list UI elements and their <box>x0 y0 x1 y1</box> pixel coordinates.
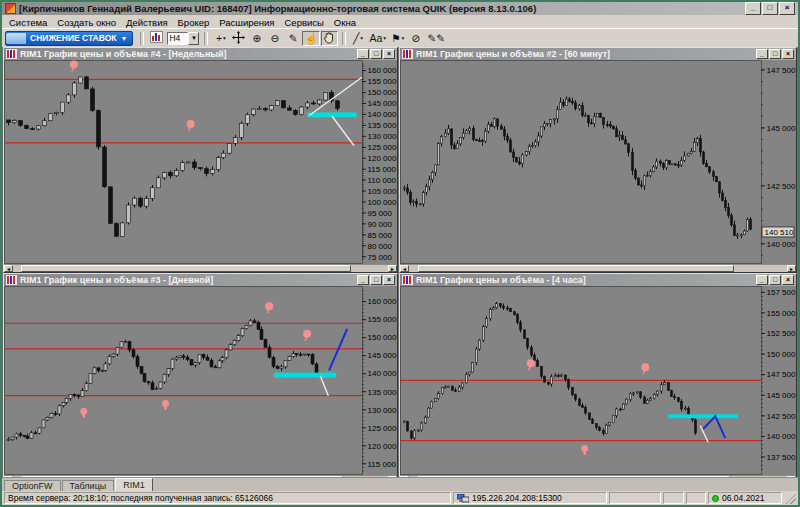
svg-text:137 500: 137 500 <box>767 453 796 462</box>
close-button[interactable]: × <box>782 275 794 285</box>
scroll-track[interactable] <box>13 265 388 272</box>
maximize-button[interactable]: □ <box>370 275 382 285</box>
dropdown-arrow-icon[interactable]: ▾ <box>383 35 386 41</box>
status-cell-empty <box>609 492 661 504</box>
tab-таблицы[interactable]: Таблицы <box>62 480 115 491</box>
svg-text:115 000: 115 000 <box>368 460 397 469</box>
scroll-thumb[interactable] <box>418 265 734 272</box>
scroll-track[interactable] <box>409 265 787 272</box>
status-date: 06.04.2021 <box>722 493 765 503</box>
chart-canvas-4hour[interactable]: 137 500140 000142 500145 000147 500150 0… <box>400 286 796 475</box>
menu-сервисы[interactable]: Сервисы <box>280 17 329 28</box>
timeframe-value[interactable]: H4 <box>167 32 188 45</box>
crosshair-tool-button[interactable]: +▾ <box>212 31 229 46</box>
chart-window-4hour-titlebar[interactable]: RIM1 График цены и объёма - [4 часа] _□× <box>400 274 796 286</box>
line-tool-button[interactable]: ╱▾ <box>350 31 367 46</box>
flag-tool-icon: ⚑ <box>391 32 400 44</box>
chart-canvas-60min[interactable]: 140 000142 500145 000147 500140 510 <box>400 60 796 264</box>
menu-создать-окно[interactable]: Создать окно <box>52 17 121 28</box>
network-icon <box>457 494 469 503</box>
chart-window-60min-titlebar[interactable]: RIM1 График цены и объёма #2 - [60 минут… <box>400 48 796 60</box>
move-tool-button[interactable] <box>230 31 247 46</box>
svg-text:147 500: 147 500 <box>767 370 796 379</box>
pan-hand-button[interactable] <box>321 31 338 46</box>
minimize-button[interactable]: _ <box>357 49 369 59</box>
timeframe-dropdown-icon[interactable]: ▼ <box>188 32 199 45</box>
scroll-right-icon[interactable]: ► <box>388 265 397 272</box>
scroll-thumb[interactable] <box>21 265 351 272</box>
timeframe-select[interactable]: H4▼ <box>167 32 199 45</box>
svg-text:90 000: 90 000 <box>368 220 393 229</box>
flag-tool-button[interactable]: ⚑▾ <box>389 31 406 46</box>
chart-hscrollbar[interactable]: ◄► <box>400 264 796 272</box>
svg-text:135 000: 135 000 <box>368 121 397 130</box>
menu-расширения[interactable]: Расширения <box>214 17 279 28</box>
chart-canvas-daily[interactable]: 115 000120 000125 000130 000135 000140 0… <box>4 286 397 475</box>
svg-text:155 000: 155 000 <box>368 77 397 86</box>
scroll-track[interactable] <box>409 476 787 477</box>
scroll-track[interactable] <box>13 476 388 477</box>
edit-objects-button[interactable]: ✎✎ <box>425 31 447 46</box>
scroll-left-icon[interactable]: ◄ <box>4 265 13 272</box>
menu-система[interactable]: Система <box>4 17 52 28</box>
svg-text:110 000: 110 000 <box>368 176 397 185</box>
scroll-left-icon[interactable]: ◄ <box>400 265 409 272</box>
menu-окна[interactable]: Окна <box>329 17 361 28</box>
close-button[interactable]: × <box>383 49 395 59</box>
chart-hscrollbar[interactable]: ◄► <box>4 475 397 477</box>
edit-objects-icon: ✎✎ <box>427 32 445 44</box>
svg-text:142 500: 142 500 <box>767 412 796 421</box>
scroll-thumb[interactable] <box>418 476 730 477</box>
svg-text:155 000: 155 000 <box>767 309 796 318</box>
zoom-in-button[interactable]: ⊕ <box>248 31 265 46</box>
maximize-button[interactable]: □ <box>762 2 778 15</box>
maximize-button[interactable]: □ <box>769 49 781 59</box>
chart-hscrollbar[interactable]: ◄► <box>400 475 796 477</box>
scroll-thumb[interactable] <box>22 476 343 477</box>
pencil-tool-button[interactable]: ✎ <box>284 31 301 46</box>
svg-text:140 000: 140 000 <box>368 110 397 119</box>
menu-bar: СистемаСоздать окноДействияБрокерРасшире… <box>2 15 798 28</box>
chart-window-60min-title: RIM1 График цены и объёма #2 - [60 минут… <box>416 49 753 59</box>
minimize-button[interactable]: _ <box>756 49 768 59</box>
chart-window-weekly-titlebar[interactable]: RIM1 График цены и объёма #4 - [Недельны… <box>4 48 397 60</box>
chart-window-daily-titlebar[interactable]: RIM1 График цены и объёма #3 - [Дневной]… <box>4 274 397 286</box>
chart-doc-icon <box>6 275 17 285</box>
text-tool-button[interactable]: Aa▾ <box>368 31 389 46</box>
pointer-hand-button[interactable]: ☝ <box>302 31 319 46</box>
dropdown-arrow-icon[interactable]: ▾ <box>223 35 226 41</box>
dropdown-arrow-icon[interactable]: ▾ <box>402 35 405 41</box>
server-address: 195.226.204.208:15300 <box>472 493 562 503</box>
promo-arrow-icon: ▼ <box>120 35 127 42</box>
chart-hscrollbar[interactable]: ◄► <box>4 264 397 272</box>
menu-брокер[interactable]: Брокер <box>173 17 215 28</box>
zoom-out-button[interactable]: ⊖ <box>266 31 283 46</box>
menu-действия[interactable]: Действия <box>121 17 173 28</box>
minimize-button[interactable]: _ <box>357 275 369 285</box>
chart-canvas-weekly[interactable]: 75 00080 00085 00090 00095 000100 000105… <box>4 60 397 264</box>
svg-text:130 000: 130 000 <box>368 132 397 141</box>
chart-doc-icon <box>6 49 17 59</box>
scroll-right-icon[interactable]: ► <box>787 265 796 272</box>
maximize-button[interactable]: □ <box>370 49 382 59</box>
promo-button[interactable]: СНИЖЕНИЕ СТАВОК ▼ <box>5 31 133 46</box>
close-button[interactable]: × <box>782 49 794 59</box>
scroll-right-icon[interactable]: ► <box>787 476 796 477</box>
resize-grip[interactable] <box>784 492 796 504</box>
close-button[interactable]: × <box>383 275 395 285</box>
dropdown-arrow-icon[interactable]: ▾ <box>360 35 363 41</box>
chart-window-controls: _□× <box>357 49 395 59</box>
move-icon <box>232 31 245 46</box>
tab-optionfw[interactable]: OptionFW <box>4 480 61 491</box>
minimize-button[interactable]: _ <box>756 275 768 285</box>
scroll-left-icon[interactable]: ◄ <box>4 476 13 477</box>
hide-objects-button[interactable]: ⊘ <box>407 31 424 46</box>
maximize-button[interactable]: □ <box>769 275 781 285</box>
svg-text:140 000: 140 000 <box>767 432 796 441</box>
minimize-button[interactable]: _ <box>745 2 761 15</box>
close-button[interactable]: × <box>779 2 795 15</box>
new-chart-button[interactable] <box>148 31 165 46</box>
scroll-left-icon[interactable]: ◄ <box>400 476 409 477</box>
scroll-right-icon[interactable]: ► <box>388 476 397 477</box>
tab-rim1[interactable]: RIM1 <box>115 478 153 491</box>
